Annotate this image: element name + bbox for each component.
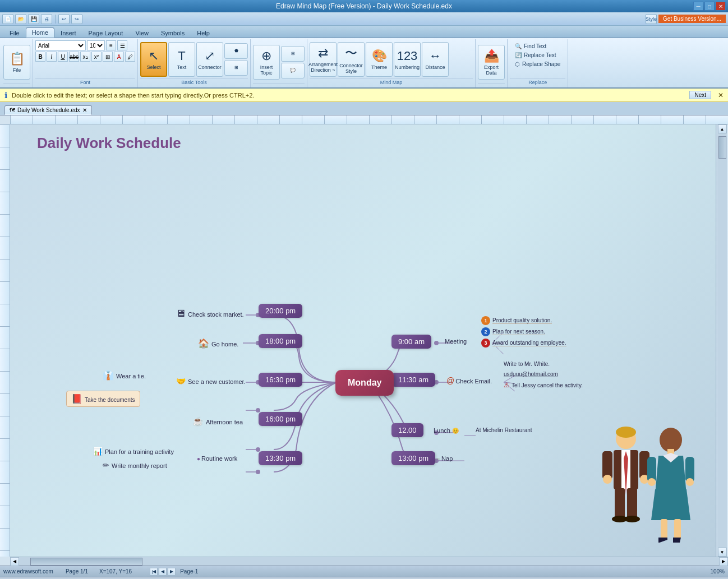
hscroll-left[interactable]: ◀ — [10, 557, 19, 566]
text-node-documents[interactable]: 📕Take the documents — [66, 391, 140, 407]
topic-sub-buttons: ⊞ 💬 — [281, 46, 305, 78]
close-info-button[interactable]: ✕ — [718, 91, 724, 99]
sub-item-3-text: Award outstanding employee. — [492, 340, 566, 346]
select-icon: ↖ — [149, 49, 159, 63]
page-info: Page 1/1 — [66, 568, 88, 575]
highlight-button[interactable]: 🖊 — [125, 52, 135, 62]
sub-topic-button[interactable]: ⊞ — [281, 46, 305, 62]
document-tab[interactable]: 🗺 Daily Work Schedule.edx ✕ — [4, 105, 92, 115]
italic-button[interactable]: I — [47, 52, 57, 62]
tab-file[interactable]: File — [3, 28, 26, 38]
text-node-meeting[interactable]: Meeting — [445, 338, 467, 345]
text-node-customer[interactable]: 🤝See a new customer. — [176, 377, 246, 386]
text-node-lunch[interactable]: Lunch 😊 — [434, 427, 459, 434]
lunch-detail: At Michelin Restaurant — [476, 427, 532, 433]
time-node-1130[interactable]: 11:30 am — [391, 373, 435, 387]
main-area: Daily Work Schedule Monday 20:00 pm 🖥Che… — [0, 124, 728, 557]
website-link[interactable]: www.edrawsoft.com — [3, 568, 53, 575]
hscroll-track[interactable] — [19, 558, 719, 566]
numbering-button[interactable]: 123 Numbering — [394, 42, 421, 77]
shape-button-1[interactable]: ⬟ — [224, 43, 248, 59]
tab-help[interactable]: Help — [191, 28, 216, 38]
new-button[interactable]: 📄 — [2, 14, 13, 24]
replace-shape-button[interactable]: ⬡ Replace Shape — [513, 61, 562, 68]
align-button[interactable]: ≡ — [106, 40, 116, 50]
bold-button[interactable]: B — [35, 52, 45, 62]
text-node-tea[interactable]: ☕Afternoon tea — [192, 416, 243, 427]
tab-home[interactable]: Home — [26, 27, 54, 38]
font-name-select[interactable]: Arial — [35, 40, 86, 50]
insert-topic-button[interactable]: ⊕ Insert Topic — [253, 45, 280, 80]
text-node-plan[interactable]: 📊Plan for a training activity — [93, 447, 174, 456]
more-format-button[interactable]: ⊞ — [103, 52, 113, 62]
hscroll-right[interactable]: ▶ — [719, 557, 728, 566]
arrangement-button[interactable]: ⇄ ArrangementDirection ~ — [310, 42, 337, 77]
list-button[interactable]: ☰ — [117, 40, 127, 50]
tab-symbols[interactable]: Symbols — [155, 28, 191, 38]
separator — [55, 15, 56, 24]
time-node-1630[interactable]: 16:30 pm — [259, 373, 302, 387]
vscroll-thumb[interactable] — [718, 136, 726, 159]
select-button[interactable]: ↖ Select — [140, 42, 167, 77]
time-node-2000[interactable]: 20:00 pm — [259, 304, 302, 318]
tab-insert[interactable]: Insert — [54, 28, 82, 38]
connector-style-button[interactable]: 〜 ConnectorStyle — [338, 42, 365, 77]
text-node-report[interactable]: ✏Write monthly report — [103, 461, 167, 470]
prev-page-button[interactable]: ◀ — [159, 568, 167, 576]
time-node-900[interactable]: 9:00 am — [391, 335, 431, 349]
center-node[interactable]: Monday — [335, 370, 394, 396]
shape-button-2[interactable]: ⊞ — [224, 60, 248, 76]
time-node-1330[interactable]: 13:30 pm — [259, 451, 302, 465]
replace-shape-label: Replace Shape — [522, 61, 560, 67]
time-node-1300[interactable]: 13:00 pm — [391, 451, 435, 465]
file-button[interactable]: 📋 File — [3, 45, 30, 80]
get-business-button[interactable]: Get Business Version... — [658, 15, 726, 23]
find-text-button[interactable]: 🔍 Find Text — [513, 43, 562, 50]
vscroll-up[interactable]: ▲ — [718, 124, 727, 133]
open-button[interactable]: 📂 — [15, 14, 26, 24]
tab-page-layout[interactable]: Page Layout — [82, 28, 130, 38]
tab-close-icon[interactable]: ✕ — [82, 107, 87, 113]
svg-rect-33 — [615, 488, 625, 519]
distance-button[interactable]: ↔ Distance — [422, 42, 449, 77]
minimize-button[interactable]: ─ — [693, 2, 703, 11]
next-page-button[interactable]: ▶ — [168, 568, 176, 576]
undo-button[interactable]: ↩ — [58, 14, 70, 24]
text-node-tie[interactable]: 👔Wear a tie. — [103, 370, 146, 381]
text-node-routine[interactable]: ●Routine work — [197, 455, 237, 462]
sub-item-1-text: Product quality solution. — [492, 317, 552, 324]
print-button[interactable]: 🖨 — [41, 14, 52, 24]
text-button[interactable]: T Text — [168, 42, 195, 77]
redo-button[interactable]: ↪ — [71, 14, 82, 24]
replace-text-button[interactable]: 🔄 Replace Text — [513, 52, 562, 59]
time-node-1200[interactable]: 12.00 — [391, 423, 423, 437]
text-node-home[interactable]: 🏠Go home. — [198, 338, 238, 349]
text-node-nap[interactable]: ○ Nap — [436, 455, 453, 462]
save-button[interactable]: 💾 — [28, 14, 39, 24]
font-size-select[interactable]: 10 — [87, 40, 105, 50]
export-data-button[interactable]: 📤 ExportData — [478, 45, 505, 80]
text-node-stock[interactable]: 🖥Check stock market. — [176, 308, 244, 319]
font-color-button[interactable]: A — [114, 52, 124, 62]
vscroll-down[interactable]: ▼ — [718, 548, 727, 557]
time-node-1600[interactable]: 16:00 pm — [259, 412, 302, 426]
connector-button[interactable]: ⤢ Connector — [196, 42, 223, 77]
underline-button[interactable]: U — [58, 52, 68, 62]
subscript-button[interactable]: x₂ — [80, 52, 90, 62]
time-node-1800[interactable]: 18:00 pm — [259, 334, 302, 348]
text-node-email[interactable]: @Check Email. — [446, 376, 492, 385]
tab-view[interactable]: View — [129, 28, 155, 38]
theme-button[interactable]: 🎨 Theme — [366, 42, 393, 77]
superscript-button[interactable]: x² — [91, 52, 102, 62]
hscroll-thumb[interactable] — [30, 558, 142, 566]
vscroll-track[interactable] — [718, 133, 727, 548]
next-button[interactable]: Next — [689, 91, 711, 99]
find-text-label: Find Text — [524, 43, 546, 49]
first-page-button[interactable]: |◀ — [150, 568, 158, 576]
close-button[interactable]: ✕ — [716, 2, 726, 11]
style-button[interactable]: Style — [646, 14, 657, 24]
strikethrough-button[interactable]: abc — [69, 52, 79, 62]
maximize-button[interactable]: □ — [704, 2, 715, 11]
callout-button[interactable]: 💬 — [281, 63, 305, 78]
main-canvas[interactable]: Daily Work Schedule Monday 20:00 pm 🖥Che… — [10, 124, 716, 557]
